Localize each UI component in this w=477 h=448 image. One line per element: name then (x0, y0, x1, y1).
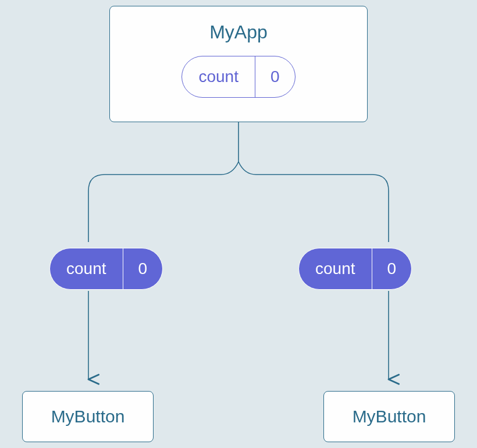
child-component-box-left: MyButton (22, 391, 154, 442)
prop-value-left: 0 (123, 248, 163, 289)
prop-label-left: count (50, 248, 123, 289)
prop-pill-left: count 0 (49, 248, 163, 290)
parent-state-pill: count 0 (181, 56, 295, 98)
parent-component-box: MyApp count 0 (109, 6, 368, 122)
parent-state-value: 0 (255, 56, 295, 97)
child-component-box-right: MyButton (323, 391, 455, 442)
parent-state-label: count (182, 56, 255, 97)
prop-value-right: 0 (372, 248, 412, 289)
parent-component-title: MyApp (209, 22, 268, 43)
prop-pill-right: count 0 (298, 248, 412, 290)
child-component-title-left: MyButton (51, 407, 125, 426)
prop-label-right: count (299, 248, 372, 289)
child-component-title-right: MyButton (353, 407, 426, 426)
